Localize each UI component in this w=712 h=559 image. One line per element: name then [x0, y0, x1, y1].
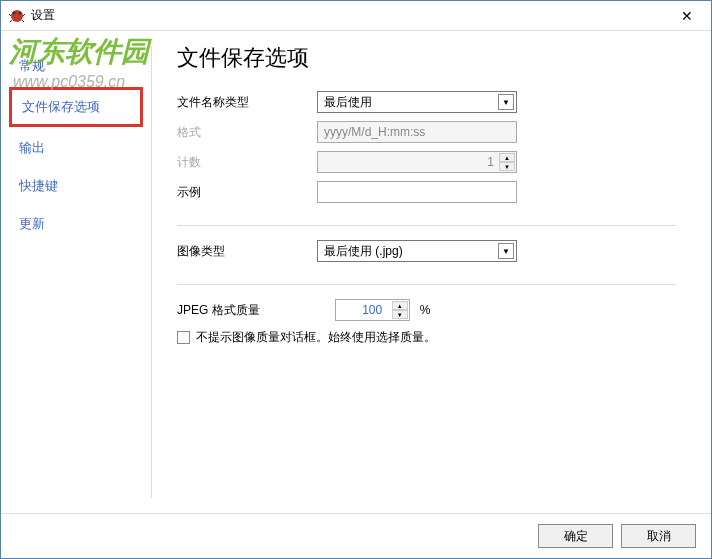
- sidebar-item-shortcuts[interactable]: 快捷键: [9, 169, 143, 203]
- close-button[interactable]: ✕: [667, 3, 707, 29]
- window-title: 设置: [31, 7, 55, 24]
- sidebar-item-file-save[interactable]: 文件保存选项: [9, 87, 143, 127]
- app-icon: [9, 8, 25, 24]
- checkbox-label: 不提示图像质量对话框。始终使用选择质量。: [196, 329, 436, 346]
- content: 河东软件园 www.pc0359.cn 常规 文件保存选项 输出 快捷键 更新 …: [1, 31, 711, 513]
- chevron-down-icon: ▼: [498, 243, 514, 259]
- filename-type-value: 最后使用: [324, 94, 372, 111]
- row-filename-type: 文件名称类型 最后使用 ▼: [177, 91, 676, 113]
- spinner-down-icon[interactable]: ▼: [392, 310, 408, 319]
- image-type-label: 图像类型: [177, 243, 317, 260]
- row-example: 示例: [177, 181, 676, 203]
- settings-window: 设置 ✕ 河东软件园 www.pc0359.cn 常规 文件保存选项 输出 快捷…: [0, 0, 712, 559]
- format-input: yyyy/M/d_H:mm:ss: [317, 121, 517, 143]
- close-icon: ✕: [681, 8, 693, 24]
- chevron-down-icon: ▼: [498, 94, 514, 110]
- page-title: 文件保存选项: [177, 43, 676, 73]
- ok-button[interactable]: 确定: [538, 524, 613, 548]
- row-checkbox: 不提示图像质量对话框。始终使用选择质量。: [177, 329, 676, 346]
- main-panel: 文件保存选项 文件名称类型 最后使用 ▼ 格式 yyyy/M/d_H:mm:ss…: [152, 31, 711, 513]
- sidebar-item-general[interactable]: 常规: [9, 49, 143, 83]
- footer: 确定 取消: [1, 513, 711, 558]
- jpeg-quality-spinner[interactable]: 100 ▲ ▼: [335, 299, 410, 321]
- titlebar-left: 设置: [9, 7, 55, 24]
- spinner-up-icon: ▲: [499, 153, 515, 162]
- svg-point-0: [11, 10, 23, 22]
- example-input[interactable]: [317, 181, 517, 203]
- svg-point-1: [13, 11, 16, 14]
- sidebar-item-output[interactable]: 输出: [9, 131, 143, 165]
- count-value: 1: [318, 155, 516, 169]
- row-format: 格式 yyyy/M/d_H:mm:ss: [177, 121, 676, 143]
- format-value: yyyy/M/d_H:mm:ss: [324, 125, 425, 139]
- filename-type-label: 文件名称类型: [177, 94, 317, 111]
- cancel-button[interactable]: 取消: [621, 524, 696, 548]
- count-spinner-buttons: ▲ ▼: [499, 153, 515, 171]
- suppress-dialog-checkbox[interactable]: [177, 331, 190, 344]
- image-type-value: 最后使用 (.jpg): [324, 243, 403, 260]
- count-label: 计数: [177, 154, 317, 171]
- separator-1: [177, 225, 676, 226]
- jpeg-percent: %: [420, 303, 431, 317]
- separator-2: [177, 284, 676, 285]
- row-jpeg-quality: JPEG 格式质量 100 ▲ ▼ %: [177, 299, 676, 321]
- filename-type-select[interactable]: 最后使用 ▼: [317, 91, 517, 113]
- spinner-down-icon: ▼: [499, 162, 515, 171]
- jpeg-spinner-buttons: ▲ ▼: [392, 301, 408, 319]
- row-count: 计数 1 ▲ ▼: [177, 151, 676, 173]
- format-label: 格式: [177, 124, 317, 141]
- titlebar: 设置 ✕: [1, 1, 711, 31]
- example-label: 示例: [177, 184, 317, 201]
- svg-point-2: [19, 11, 22, 14]
- jpeg-quality-label: JPEG 格式质量: [177, 302, 260, 319]
- cancel-label: 取消: [647, 528, 671, 545]
- count-spinner: 1 ▲ ▼: [317, 151, 517, 173]
- image-type-select[interactable]: 最后使用 (.jpg) ▼: [317, 240, 517, 262]
- ok-label: 确定: [564, 528, 588, 545]
- sidebar-item-update[interactable]: 更新: [9, 207, 143, 241]
- row-image-type: 图像类型 最后使用 (.jpg) ▼: [177, 240, 676, 262]
- sidebar: 常规 文件保存选项 输出 快捷键 更新: [1, 31, 151, 513]
- spinner-up-icon[interactable]: ▲: [392, 301, 408, 310]
